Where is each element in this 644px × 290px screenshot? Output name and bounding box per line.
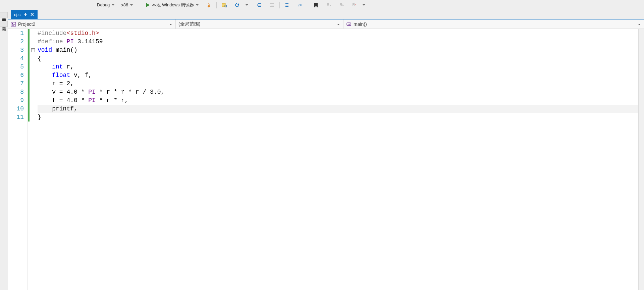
fold-cell bbox=[30, 38, 36, 46]
start-debug-button[interactable]: 本地 Windows 调试器 bbox=[143, 1, 201, 9]
document-host: cj.c Project2 (全局范围) main() bbox=[8, 10, 644, 290]
nav-project-dropdown[interactable]: Project2 bbox=[8, 19, 176, 29]
toolbar-overflow[interactable] bbox=[246, 2, 248, 7]
outdent-icon bbox=[256, 2, 262, 8]
code-line[interactable]: #include<stdio.h> bbox=[38, 29, 638, 38]
change-mark bbox=[28, 63, 30, 71]
change-mark bbox=[28, 71, 30, 80]
indent-icon bbox=[269, 2, 274, 8]
refresh-icon bbox=[234, 2, 240, 8]
side-tab-server-explorer[interactable]: 服务器资源管理器 bbox=[0, 12, 8, 18]
code-line[interactable]: #define PI 3.14159 bbox=[38, 38, 638, 46]
change-mark bbox=[28, 29, 30, 38]
tool-button-uncomment[interactable]: ?≡ bbox=[295, 1, 305, 9]
fold-gutter: − bbox=[30, 29, 36, 290]
tool-button-next-bm[interactable] bbox=[336, 1, 346, 9]
line-number: 7 bbox=[8, 80, 24, 88]
change-indicator-bar bbox=[28, 29, 30, 290]
code-line[interactable]: v = 4.0 * PI * r * r * r / 3.0, bbox=[38, 88, 638, 96]
svg-rect-23 bbox=[12, 23, 13, 24]
svg-marker-4 bbox=[237, 3, 239, 5]
nav-member-dropdown[interactable]: main() bbox=[343, 19, 644, 29]
side-tab-toolbox[interactable]: 工具箱 bbox=[0, 21, 8, 27]
project-icon bbox=[11, 21, 16, 27]
line-number: 2 bbox=[8, 38, 24, 46]
platform-dropdown[interactable]: x86 bbox=[119, 1, 135, 9]
svg-rect-26 bbox=[347, 23, 351, 26]
fold-toggle-icon[interactable]: − bbox=[31, 48, 35, 52]
platform-label: x86 bbox=[121, 2, 128, 7]
change-mark bbox=[28, 105, 30, 113]
toolbar-separator bbox=[279, 2, 280, 8]
file-tab-active[interactable]: cj.c bbox=[11, 10, 38, 19]
play-icon bbox=[145, 2, 151, 8]
tool-button-outdent[interactable] bbox=[254, 1, 264, 9]
toolbar-separator bbox=[251, 2, 251, 8]
pin-icon[interactable] bbox=[23, 12, 28, 16]
tool-button-bookmark[interactable] bbox=[311, 1, 321, 9]
code-line[interactable]: void main() bbox=[38, 46, 638, 54]
code-line[interactable]: int r, bbox=[38, 63, 638, 71]
change-mark bbox=[28, 80, 30, 88]
code-line[interactable]: printf, bbox=[38, 105, 638, 113]
config-group: Debug x86 bbox=[93, 1, 137, 9]
close-icon[interactable] bbox=[30, 12, 34, 16]
svg-point-27 bbox=[348, 23, 349, 25]
config-label: Debug bbox=[97, 2, 110, 7]
file-tab-bar: cj.c bbox=[8, 10, 644, 19]
code-editor[interactable]: 1234567891011 − #include<stdio.h>#define… bbox=[8, 29, 644, 290]
tool-button-comment[interactable] bbox=[282, 1, 292, 9]
toolbar-separator bbox=[140, 2, 140, 8]
change-mark bbox=[28, 38, 30, 46]
code-line[interactable]: { bbox=[38, 54, 638, 63]
fold-cell bbox=[30, 96, 36, 105]
chevron-down-icon bbox=[169, 21, 172, 27]
fold-cell bbox=[30, 63, 36, 71]
tool-button-indent-dim[interactable] bbox=[267, 1, 277, 9]
svg-marker-17 bbox=[342, 4, 344, 6]
code-area[interactable]: #include<stdio.h>#define PI 3.14159void … bbox=[36, 29, 638, 290]
side-tab-well: 服务器资源管理器 工具箱 bbox=[0, 10, 8, 290]
change-mark bbox=[28, 54, 30, 63]
clear-bookmark-icon bbox=[352, 2, 357, 8]
chevron-down-icon bbox=[130, 2, 133, 7]
tool-button-find[interactable] bbox=[219, 1, 229, 9]
bookmark-icon bbox=[313, 2, 319, 8]
code-line[interactable]: f = 4.0 * PI * r * r, bbox=[38, 96, 638, 105]
svg-rect-24 bbox=[12, 25, 15, 25]
fire-icon bbox=[206, 2, 211, 8]
svg-text:?≡: ?≡ bbox=[298, 3, 302, 7]
fold-cell bbox=[30, 113, 36, 122]
main-toolbar: Debug x86 本地 Windows 调试器 bbox=[0, 0, 644, 10]
nav-scope-dropdown[interactable]: (全局范围) bbox=[176, 19, 343, 29]
code-line[interactable]: float v, f, bbox=[38, 71, 638, 80]
fold-cell[interactable]: − bbox=[30, 46, 36, 54]
comment-icon bbox=[285, 2, 290, 8]
line-number: 10 bbox=[8, 105, 24, 113]
toolbar-separator bbox=[216, 2, 217, 8]
toolbar-overflow-2[interactable] bbox=[363, 2, 365, 7]
line-number: 4 bbox=[8, 54, 24, 63]
change-mark bbox=[28, 96, 30, 105]
fold-cell bbox=[30, 29, 36, 38]
line-number: 6 bbox=[8, 71, 24, 80]
code-line[interactable]: } bbox=[38, 113, 638, 122]
nav-project-label: Project2 bbox=[18, 21, 35, 27]
file-tab-label: cj.c bbox=[14, 12, 21, 17]
tool-button-refresh[interactable] bbox=[232, 1, 242, 9]
config-dropdown[interactable]: Debug bbox=[95, 1, 117, 9]
tool-button-prev-bm[interactable] bbox=[324, 1, 334, 9]
code-line[interactable]: r = 2, bbox=[38, 80, 638, 88]
tool-button-fire[interactable] bbox=[204, 1, 214, 9]
nav-scope-label: (全局范围) bbox=[178, 21, 200, 27]
tool-button-clear-bm[interactable] bbox=[349, 1, 359, 9]
line-number-gutter: 1234567891011 bbox=[8, 29, 28, 290]
prev-bookmark-icon bbox=[326, 2, 331, 8]
uncomment-icon: ?≡ bbox=[298, 2, 303, 8]
change-mark bbox=[28, 113, 30, 122]
vertical-scrollbar[interactable] bbox=[638, 29, 644, 290]
chevron-down-icon bbox=[337, 21, 340, 27]
toolbar-separator bbox=[308, 2, 308, 8]
nav-member-label: main() bbox=[354, 21, 367, 27]
line-number: 8 bbox=[8, 88, 24, 96]
